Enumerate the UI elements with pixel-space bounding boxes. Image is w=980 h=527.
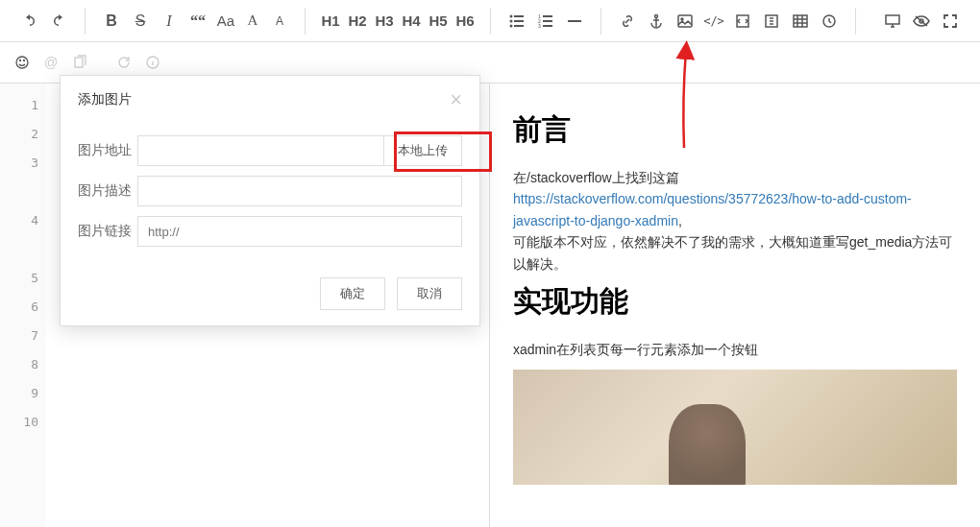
svg-point-22 xyxy=(16,57,28,68)
preview-p3: xadmin在列表页每一行元素添加一个按钮 xyxy=(513,339,957,360)
desc-label: 图片描述 xyxy=(78,182,137,200)
cancel-button[interactable]: 取消 xyxy=(397,277,462,310)
quote-icon[interactable]: ““ xyxy=(184,7,212,36)
strike-button[interactable]: S xyxy=(126,7,155,36)
ul-icon[interactable] xyxy=(502,7,531,36)
svg-point-24 xyxy=(24,60,25,61)
italic-button[interactable]: I xyxy=(155,7,184,36)
refresh-icon[interactable] xyxy=(110,48,138,77)
svg-rect-12 xyxy=(568,20,581,22)
close-icon[interactable]: × xyxy=(450,89,462,110)
redo-button[interactable] xyxy=(44,7,73,36)
preview-pane: 前言 在/stackoverflow上找到这篇 https://stackove… xyxy=(490,84,980,527)
at-icon[interactable]: @ xyxy=(37,48,65,77)
svg-rect-11 xyxy=(543,25,552,27)
svg-point-23 xyxy=(20,60,21,61)
svg-rect-20 xyxy=(886,15,899,24)
svg-rect-25 xyxy=(75,58,83,67)
h1-button[interactable]: H1 xyxy=(317,12,344,29)
font-a2-button[interactable]: A xyxy=(266,14,293,28)
anchor-icon[interactable] xyxy=(642,7,671,36)
fontcase-button[interactable]: Aa xyxy=(212,12,239,29)
h4-button[interactable]: H4 xyxy=(398,12,425,29)
image-link-input[interactable] xyxy=(137,216,462,247)
attach-icon[interactable] xyxy=(757,7,786,36)
preview-p1: 在/stackoverflow上找到这篇 https://stackoverfl… xyxy=(513,167,957,275)
svg-rect-5 xyxy=(514,25,524,27)
preformat-icon[interactable] xyxy=(728,7,757,36)
ol-icon[interactable]: 123 xyxy=(531,7,560,36)
svg-point-2 xyxy=(510,19,513,22)
font-a1-button[interactable]: A xyxy=(239,12,266,29)
h6-button[interactable]: H6 xyxy=(452,12,478,29)
svg-point-15 xyxy=(681,18,683,20)
eye-icon[interactable] xyxy=(907,7,936,36)
toolbar-main: B S I ““ Aa A A H1 H2 H3 H4 H5 H6 123 </… xyxy=(0,0,980,42)
image-url-input[interactable] xyxy=(137,135,384,166)
line-gutter: 1 2 3 4 5 6 7 8 9 10 xyxy=(0,84,46,527)
url-label: 图片地址 xyxy=(78,142,137,159)
info-icon[interactable] xyxy=(138,48,167,77)
fullscreen-icon[interactable] xyxy=(936,7,965,36)
dialog-title: 添加图片 xyxy=(78,91,450,108)
image-icon[interactable] xyxy=(671,7,699,36)
link-label: 图片链接 xyxy=(78,223,137,240)
local-upload-button[interactable]: 本地上传 xyxy=(384,135,462,166)
h5-button[interactable]: H5 xyxy=(425,12,452,29)
svg-rect-1 xyxy=(514,15,524,17)
emoji-icon[interactable] xyxy=(8,48,37,77)
svg-rect-9 xyxy=(543,20,552,22)
preview-h1-2: 实现功能 xyxy=(513,282,957,322)
ok-button[interactable]: 确定 xyxy=(320,277,385,310)
svg-point-0 xyxy=(510,14,513,17)
bold-button[interactable]: B xyxy=(97,7,126,36)
link-icon[interactable] xyxy=(613,7,642,36)
preview-link[interactable]: https://stackoverflow.com/questions/3577… xyxy=(513,191,912,228)
time-icon[interactable] xyxy=(815,7,844,36)
svg-point-13 xyxy=(655,14,658,17)
monitor-icon[interactable] xyxy=(878,7,907,36)
svg-point-4 xyxy=(510,24,513,27)
h3-button[interactable]: H3 xyxy=(371,12,398,29)
preview-image xyxy=(513,370,957,485)
hr-icon[interactable] xyxy=(560,7,589,36)
code-icon[interactable]: </> xyxy=(699,7,728,36)
svg-rect-3 xyxy=(514,20,524,22)
preview-h1-1: 前言 xyxy=(513,110,957,150)
h2-button[interactable]: H2 xyxy=(344,12,371,29)
image-desc-input[interactable] xyxy=(137,176,462,206)
copy-icon[interactable] xyxy=(65,48,94,77)
svg-rect-7 xyxy=(543,15,552,17)
svg-text:3: 3 xyxy=(538,23,541,29)
table-icon[interactable] xyxy=(786,7,815,36)
svg-rect-18 xyxy=(794,15,807,27)
undo-button[interactable] xyxy=(15,7,44,36)
svg-rect-14 xyxy=(678,15,692,27)
add-image-dialog: 添加图片 × 图片地址 本地上传 图片描述 图片链接 确定 取消 xyxy=(60,75,480,326)
